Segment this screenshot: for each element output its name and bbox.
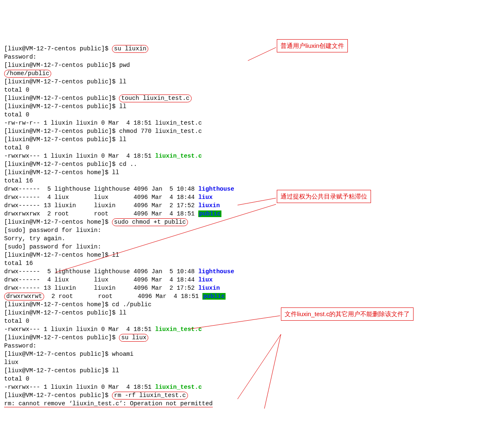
line-total0-3: total 0 bbox=[4, 144, 29, 151]
line-total16-1: total 16 bbox=[4, 177, 33, 184]
line-home2-liux: drwx------ 4 liux liux 4096 Mar 4 18:44 … bbox=[4, 277, 213, 283]
line-total16-2: total 16 bbox=[4, 260, 33, 267]
line-ll-5: [liux@VM-12-7-centos public]$ ll bbox=[4, 367, 119, 374]
dir-liuxin-2: liuxin bbox=[198, 285, 220, 291]
dir-public: public bbox=[198, 210, 221, 217]
line-rm-err: rm: cannot remove ‘liuxin_test.c’: Opera… bbox=[4, 400, 213, 407]
dir-public-sticky: public bbox=[202, 293, 226, 300]
dir-liuxin: liuxin bbox=[198, 202, 220, 209]
line-home-lighthouse: drwx------ 5 lighthouse lighthouse 4096 … bbox=[4, 186, 234, 192]
line-touch: [liuxin@VM-12-7-centos public]$ touch li… bbox=[4, 95, 192, 102]
file-liuxin-test-c-3: liuxin_test.c bbox=[155, 384, 202, 390]
annotation-sticky-bit: 通过提权为公共目录赋予粘滞位 bbox=[277, 190, 371, 203]
perms-sticky: drwxrwxrwt bbox=[4, 293, 44, 300]
line-rm: [liux@VM-12-7-centos public]$ rm -rf liu… bbox=[4, 392, 188, 399]
line-whoami: [liux@VM-12-7-centos public]$ whoami bbox=[4, 351, 133, 357]
line-home2-public: drwxrwxrwt 2 root root 4096 Mar 4 18:51 … bbox=[4, 293, 226, 300]
line-total0-2: total 0 bbox=[4, 111, 29, 118]
line-home2-liuxin: drwx------ 13 liuxin liuxin 4096 Mar 2 1… bbox=[4, 285, 220, 291]
line-total0-1: total 0 bbox=[4, 87, 29, 93]
annotation-create-file: 普通用户liuxin创建文件 bbox=[277, 39, 348, 52]
line-ls1: -rw-rw-r-- 1 liuxin liuxin 0 Mar 4 18:51… bbox=[4, 120, 202, 126]
line-total0-4: total 0 bbox=[4, 318, 29, 324]
dir-liux: liux bbox=[198, 194, 213, 201]
line-ls3: -rwxrwx--- 1 liuxin liuxin 0 Mar 4 18:51… bbox=[4, 326, 202, 333]
dir-liux-2: liux bbox=[198, 277, 213, 283]
line-total0-5: total 0 bbox=[4, 376, 29, 382]
line-ll-4: [liuxin@VM-12-7-centos public]$ ll bbox=[4, 310, 126, 316]
file-liuxin-test-c-2: liuxin_test.c bbox=[155, 326, 202, 333]
rm-error-output: rm: cannot remove ‘liuxin_test.c’: Opera… bbox=[4, 400, 213, 407]
line-ll-home2: [liuxin@VM-12-7-centos home]$ ll bbox=[4, 252, 119, 258]
pwd-output: /home/public bbox=[4, 70, 51, 78]
cmd-su-liuxin: su liuxin bbox=[112, 45, 148, 53]
line-password-2: Password: bbox=[4, 343, 36, 349]
line-pwd-out: /home/public bbox=[4, 70, 51, 78]
dir-lighthouse: lighthouse bbox=[198, 186, 234, 192]
dir-lighthouse-2: lighthouse bbox=[198, 268, 234, 275]
cmd-sudo-chmod-t: sudo chmod +t public bbox=[112, 218, 188, 226]
line-home2-lighthouse: drwx------ 5 lighthouse lighthouse 4096 … bbox=[4, 268, 234, 275]
line-ls4: -rwxrwx--- 1 liuxin liuxin 0 Mar 4 18:51… bbox=[4, 384, 202, 390]
line-sudo-pw2: [sudo] password for liuxin: bbox=[4, 243, 101, 250]
line-cd-up: [liuxin@VM-12-7-centos public]$ cd .. bbox=[4, 161, 137, 168]
cmd-su-liux: su liux bbox=[119, 334, 148, 342]
line-home-liuxin: drwx------ 13 liuxin liuxin 4096 Mar 2 1… bbox=[4, 202, 220, 209]
line-chmod770: [liuxin@VM-12-7-centos public]$ chmod 77… bbox=[4, 128, 202, 135]
line-ll-3: [liuxin@VM-12-7-centos public]$ ll bbox=[4, 136, 126, 143]
line-ll-2: [liuxin@VM-12-7-centos public]$ ll bbox=[4, 103, 126, 110]
line-sudo-chmod: [liuxin@VM-12-7-centos home]$ sudo chmod… bbox=[4, 218, 188, 226]
annotation-cannot-delete: 文件liuxin_test.c的其它用户不能删除该文件了 bbox=[281, 307, 414, 321]
line-sorry: Sorry, try again. bbox=[4, 235, 65, 242]
cmd-touch: touch liuxin_test.c bbox=[119, 95, 191, 102]
terminal-output: [liux@VM-12-7-centos public]$ su liuxin … bbox=[4, 36, 500, 408]
line-sudo-pw1: [sudo] password for liuxin: bbox=[4, 227, 101, 234]
line-ls2: -rwxrwx--- 1 liuxin liuxin 0 Mar 4 18:51… bbox=[4, 153, 202, 159]
line-su-liux: [liuxin@VM-12-7-centos public]$ su liux bbox=[4, 334, 148, 342]
line-su-liuxin: [liux@VM-12-7-centos public]$ su liuxin bbox=[4, 45, 148, 53]
cmd-rm-rf: rm -rf liuxin_test.c bbox=[112, 392, 188, 399]
file-liuxin-test-c: liuxin_test.c bbox=[155, 153, 202, 159]
line-home-public: drwxrwxrwx 2 root root 4096 Mar 4 18:51 … bbox=[4, 210, 221, 217]
line-ll-home1: [liuxin@VM-12-7-centos home]$ ll bbox=[4, 169, 119, 176]
line-ll-1: [liuxin@VM-12-7-centos public]$ ll bbox=[4, 78, 126, 85]
line-pwd: [liuxin@VM-12-7-centos public]$ pwd bbox=[4, 62, 130, 69]
line-cd-public: [liuxin@VM-12-7-centos home]$ cd ./publi… bbox=[4, 301, 152, 308]
line-password: Password: bbox=[4, 54, 36, 60]
line-whoami-out: liux bbox=[4, 359, 19, 366]
line-home-liux: drwx------ 4 liux liux 4096 Mar 4 18:44 … bbox=[4, 194, 213, 201]
